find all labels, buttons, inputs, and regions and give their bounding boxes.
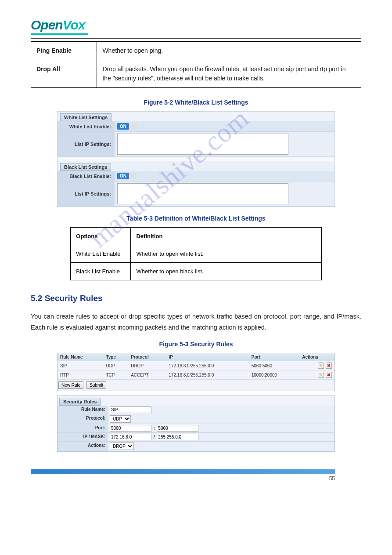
figure-caption: Figure 5-3 Security Rules bbox=[31, 341, 361, 348]
page-number: 55 bbox=[31, 475, 335, 482]
table-row: White List Enable Whether to open white … bbox=[71, 245, 321, 263]
rules-row: RTP TCP ACCEPT 172.16.8.0/255.255.0.0 10… bbox=[58, 370, 334, 380]
toggle-track[interactable] bbox=[128, 123, 137, 130]
header-divider bbox=[31, 38, 361, 39]
blacklist-enable-label: Black List Enable: bbox=[58, 171, 115, 181]
rule-name-label: Rule Name: bbox=[58, 406, 108, 414]
blacklist-tab[interactable]: Black List Settings bbox=[60, 163, 111, 171]
col-ip: IP bbox=[166, 353, 248, 361]
def-cell: Whether to open black list. bbox=[131, 263, 321, 280]
edit-icon[interactable]: ✎ bbox=[318, 372, 324, 378]
cell-type: UDP bbox=[103, 361, 128, 370]
logo-part2: Vox bbox=[63, 18, 85, 32]
table-row: Black List Enable Whether to open black … bbox=[71, 263, 321, 280]
table-header-row: Options Definition bbox=[71, 228, 321, 245]
opt-cell: White List Enable bbox=[71, 245, 131, 263]
whitelist-ip-label: List IP Settings: bbox=[58, 132, 115, 156]
section-heading: 5.2 Security Rules bbox=[31, 294, 361, 303]
protocol-label: Protocol: bbox=[58, 414, 108, 424]
definition-table-5-3: Options Definition White List Enable Whe… bbox=[70, 227, 321, 280]
col-actions: Actions bbox=[299, 353, 334, 361]
protocol-select[interactable]: UDP bbox=[110, 415, 131, 423]
rules-table: Rule Name Type Protocol IP Port Actions … bbox=[58, 353, 334, 380]
col-type: Type bbox=[103, 353, 128, 361]
blacklist-toggle[interactable]: ON bbox=[117, 173, 129, 179]
col-port: Port bbox=[249, 353, 299, 361]
new-rule-button[interactable]: New Rule bbox=[58, 381, 83, 389]
submit-button[interactable]: Submit bbox=[86, 381, 106, 389]
figure-caption: Figure 5-2 White/Black List Settings bbox=[31, 99, 361, 106]
def-label: Drop All bbox=[31, 60, 97, 88]
rule-name-input[interactable] bbox=[110, 406, 151, 413]
edit-icon[interactable]: ✎ bbox=[318, 363, 324, 369]
whiteblack-panel: White List Settings White List Enable: O… bbox=[57, 111, 335, 207]
page-container: manualshive.com OpenVox Ping Enable Whet… bbox=[0, 0, 392, 504]
mask-sep: / bbox=[154, 435, 155, 439]
cell-port: 10000:20000 bbox=[249, 370, 299, 380]
def-desc: Whether to open ping. bbox=[97, 42, 361, 60]
delete-icon[interactable]: ✖ bbox=[326, 363, 332, 369]
definition-table-top: Ping Enable Whether to open ping. Drop A… bbox=[31, 41, 361, 88]
mask-input[interactable] bbox=[157, 434, 198, 440]
actions-select[interactable]: DROP bbox=[110, 443, 134, 450]
port-sep: : bbox=[154, 426, 155, 431]
cell-name: SIP bbox=[58, 361, 103, 370]
cell-name: RTP bbox=[58, 370, 103, 380]
security-rules-form: Security Rules Rule Name: Protocol: UDP … bbox=[57, 395, 335, 452]
whitelist-tab[interactable]: White List Settings bbox=[60, 113, 111, 121]
logo: OpenVox bbox=[31, 18, 361, 35]
body-paragraph: You can create rules to accept or drop s… bbox=[31, 311, 361, 333]
port-label: Port: bbox=[58, 424, 108, 432]
def-label: Ping Enable bbox=[31, 42, 97, 60]
rules-header-row: Rule Name Type Protocol IP Port Actions bbox=[58, 353, 334, 361]
rules-table-wrap: Rule Name Type Protocol IP Port Actions … bbox=[57, 353, 335, 391]
actions-label: Actions: bbox=[58, 442, 108, 451]
cell-proto: DROP bbox=[128, 361, 166, 370]
ipmask-label: IP / MASK: bbox=[58, 433, 108, 441]
ip-input[interactable] bbox=[110, 434, 151, 440]
security-rules-tab[interactable]: Security Rules bbox=[59, 398, 101, 406]
toggle-track[interactable] bbox=[128, 173, 137, 179]
header-options: Options bbox=[71, 228, 131, 245]
table-caption: Table 5-3 Definition of White/Black List… bbox=[31, 215, 361, 222]
footer-bar bbox=[31, 469, 335, 474]
logo-part1: Open bbox=[31, 18, 63, 32]
col-protocol: Protocol bbox=[128, 353, 166, 361]
rules-row: SIP UDP DROP 172.16.8.0/255.255.0.0 5060… bbox=[58, 361, 334, 370]
cell-type: TCP bbox=[103, 370, 128, 380]
blacklist-ip-textarea[interactable] bbox=[117, 183, 288, 204]
port-from-input[interactable] bbox=[110, 425, 151, 432]
cell-proto: ACCEPT bbox=[128, 370, 166, 380]
col-rule-name: Rule Name bbox=[58, 353, 103, 361]
delete-icon[interactable]: ✖ bbox=[326, 372, 332, 378]
port-to-input[interactable] bbox=[157, 425, 198, 432]
whitelist-enable-label: White List Enable: bbox=[58, 121, 115, 131]
opt-cell: Black List Enable bbox=[71, 263, 131, 280]
def-desc: Drop all packets. When you open the fire… bbox=[97, 60, 361, 88]
cell-port: 5060:5060 bbox=[249, 361, 299, 370]
blacklist-ip-label: List IP Settings: bbox=[58, 181, 115, 206]
header-definition: Definition bbox=[131, 228, 321, 245]
table-row: Ping Enable Whether to open ping. bbox=[31, 42, 361, 60]
logo-underline bbox=[31, 33, 88, 35]
cell-ip: 172.16.8.0/255.255.0.0 bbox=[166, 370, 248, 380]
table-row: Drop All Drop all packets. When you open… bbox=[31, 60, 361, 88]
cell-ip: 172.16.8.0/255.255.0.0 bbox=[166, 361, 248, 370]
whitelist-toggle[interactable]: ON bbox=[117, 123, 129, 130]
def-cell: Whether to open white list. bbox=[131, 245, 321, 263]
whitelist-ip-textarea[interactable] bbox=[117, 134, 288, 155]
